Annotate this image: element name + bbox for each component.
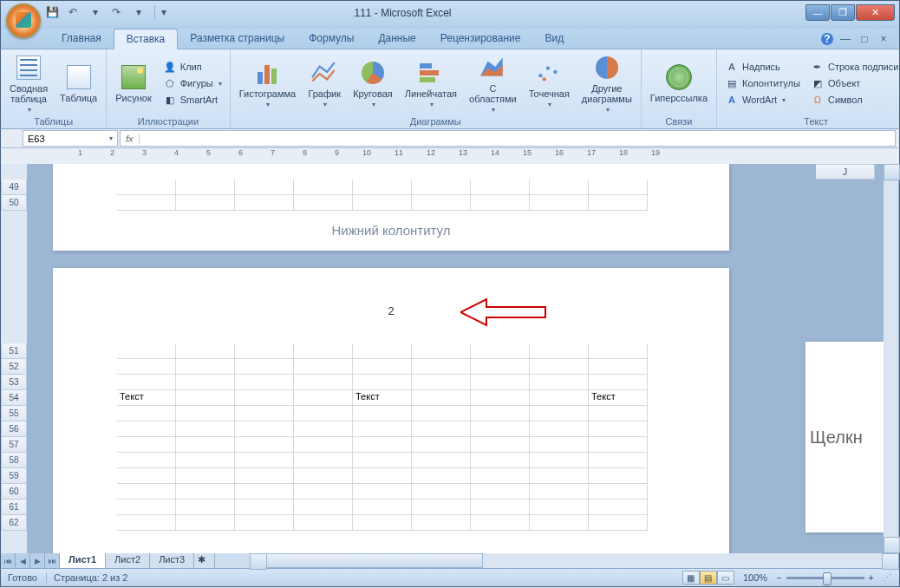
view-pagebreak-icon[interactable]: ▭ xyxy=(717,571,734,585)
wordart-button[interactable]: AWordArt▾ xyxy=(721,92,804,108)
table-button[interactable]: Таблица xyxy=(55,62,101,105)
donut-icon xyxy=(596,56,618,79)
scatter-icon xyxy=(535,59,563,87)
row-header[interactable]: 50 xyxy=(1,195,27,211)
close-button[interactable]: ✕ xyxy=(856,4,895,21)
row-header[interactable]: 51 xyxy=(1,343,27,359)
row-header[interactable]: 49 xyxy=(1,180,27,195)
sheet-tab-2[interactable]: Лист2 xyxy=(106,553,150,568)
horizontal-ruler: 12345678910111213141516171819 xyxy=(0,148,900,164)
redo-dropdown-icon[interactable]: ▾ xyxy=(132,5,146,19)
restore-window-icon[interactable]: □ xyxy=(858,32,871,46)
textbox-icon: A xyxy=(725,60,739,74)
svg-point-5 xyxy=(543,77,546,81)
minimize-window-icon[interactable]: — xyxy=(838,32,852,46)
tab-view[interactable]: Вид xyxy=(532,29,576,49)
sheet-tab-bar: ⏮◀▶⏭ Лист1 Лист2 Лист3 ✱ xyxy=(0,553,900,568)
pivottable-button[interactable]: Сводная таблица▾ xyxy=(5,52,52,115)
view-buttons: ▦▤▭ xyxy=(682,571,734,585)
formula-input[interactable]: fx xyxy=(120,130,896,147)
cell-text[interactable]: Текст xyxy=(117,390,176,406)
sheet-nav: ⏮◀▶⏭ xyxy=(1,553,60,568)
smartart-button[interactable]: ◧SmartArt xyxy=(160,92,225,108)
svg-marker-6 xyxy=(460,299,545,325)
close-window-icon[interactable]: × xyxy=(877,32,890,46)
picture-button[interactable]: Рисунок xyxy=(111,62,156,105)
save-icon[interactable]: 💾 xyxy=(45,5,59,19)
symbol-button[interactable]: ΩСимвол xyxy=(807,92,900,108)
page-footer-label[interactable]: Нижний колонтитул xyxy=(53,211,729,250)
tab-formulas[interactable]: Формулы xyxy=(297,29,366,49)
view-pagelayout-icon[interactable]: ▤ xyxy=(700,571,717,585)
sheet-tab-1[interactable]: Лист1 xyxy=(60,553,106,568)
tab-home[interactable]: Главная xyxy=(49,29,114,49)
barchart-button[interactable]: Линейчатая▾ xyxy=(401,57,461,110)
hyperlink-button[interactable]: Гиперссылка xyxy=(646,62,712,105)
sheet-tab-3[interactable]: Лист3 xyxy=(150,553,194,568)
page-2: 2 ТекстТекстТекст xyxy=(53,268,729,553)
new-sheet-button[interactable]: ✱ xyxy=(194,553,215,568)
group-text-label: Текст xyxy=(721,115,900,128)
tab-data[interactable]: Данные xyxy=(366,29,427,49)
group-charts: Гистограмма▾ График▾ Круговая▾ Линейчата… xyxy=(231,49,642,128)
clipart-button[interactable]: 👤Клип xyxy=(160,59,225,75)
zoom-level[interactable]: 100% xyxy=(743,572,767,583)
smartart-icon: ◧ xyxy=(163,93,177,107)
pivottable-icon xyxy=(16,56,41,80)
picture-icon xyxy=(121,65,146,89)
col-header[interactable]: J xyxy=(816,164,875,180)
linechart-button[interactable]: График▾ xyxy=(303,57,345,110)
barchart-icon xyxy=(254,62,280,84)
undo-icon[interactable]: ↶ xyxy=(66,5,80,19)
cell[interactable] xyxy=(117,180,176,195)
nav-last-icon[interactable]: ⏭ xyxy=(45,553,60,568)
fx-icon[interactable]: fx xyxy=(121,134,140,144)
tab-insert[interactable]: Вставка xyxy=(114,29,179,49)
vertical-scrollbar[interactable] xyxy=(884,164,898,553)
horizontal-scrollbar[interactable] xyxy=(250,553,899,568)
clipart-icon: 👤 xyxy=(163,60,177,74)
hbarchart-icon xyxy=(420,60,442,86)
textbox-button[interactable]: AНадпись xyxy=(721,59,804,75)
worksheet-area: 49 50 515253545556575859606162 ABCDEFGHI… xyxy=(0,164,900,553)
ruler-tick: 1 xyxy=(53,148,85,164)
piechart-button[interactable]: Круговая▾ xyxy=(349,57,397,110)
object-icon: ◩ xyxy=(811,76,825,90)
areachart-icon xyxy=(479,54,506,82)
maximize-button[interactable]: ❐ xyxy=(831,4,855,21)
tab-pagelayout[interactable]: Разметка страницы xyxy=(178,29,297,49)
headerfooter-button[interactable]: ▤Колонтитулы xyxy=(721,75,804,91)
resize-grip-icon[interactable]: ⋰ xyxy=(883,572,892,584)
next-page-hint[interactable]: Щелкн xyxy=(805,342,884,532)
zoom-in-icon[interactable]: + xyxy=(869,572,874,583)
group-illustrations-label: Иллюстрации xyxy=(111,115,225,128)
zoom-out-icon[interactable]: − xyxy=(776,572,781,583)
othercharts-button[interactable]: Другие диаграммы▾ xyxy=(577,52,636,115)
group-illustrations: Рисунок 👤Клип ⬠Фигуры▾ ◧SmartArt Иллюстр… xyxy=(107,49,230,128)
object-button[interactable]: ◩Объект xyxy=(807,75,900,91)
nav-next-icon[interactable]: ▶ xyxy=(30,553,45,568)
svg-point-3 xyxy=(546,66,550,69)
status-page: Страница: 2 из 2 xyxy=(46,572,128,583)
tab-review[interactable]: Рецензирование xyxy=(428,29,533,49)
shapes-button[interactable]: ⬠Фигуры▾ xyxy=(160,75,225,91)
areachart-button[interactable]: С областями▾ xyxy=(465,52,521,115)
zoom-slider[interactable] xyxy=(786,577,864,579)
scatterchart-button[interactable]: Точечная▾ xyxy=(525,57,574,110)
group-links-label: Связи xyxy=(646,115,712,128)
nav-first-icon[interactable]: ⏮ xyxy=(1,553,16,568)
name-box[interactable]: E63▾ xyxy=(23,130,118,147)
minimize-button[interactable]: — xyxy=(805,4,830,21)
histogram-button[interactable]: Гистограмма▾ xyxy=(235,57,301,110)
signatureline-button[interactable]: ✒Строка подписи▾ xyxy=(807,59,900,75)
status-ready: Готово xyxy=(8,572,37,583)
office-button[interactable] xyxy=(6,3,41,38)
redo-icon[interactable]: ↷ xyxy=(109,5,123,19)
view-normal-icon[interactable]: ▦ xyxy=(682,571,700,585)
undo-dropdown-icon[interactable]: ▾ xyxy=(88,5,102,19)
ribbon-tabs: Главная Вставка Разметка страницы Формул… xyxy=(0,29,900,49)
help-icon[interactable]: ? xyxy=(821,33,833,45)
qat-customize-icon[interactable]: ▾ xyxy=(154,5,168,19)
headerfooter-icon: ▤ xyxy=(725,76,739,90)
nav-prev-icon[interactable]: ◀ xyxy=(16,553,30,568)
